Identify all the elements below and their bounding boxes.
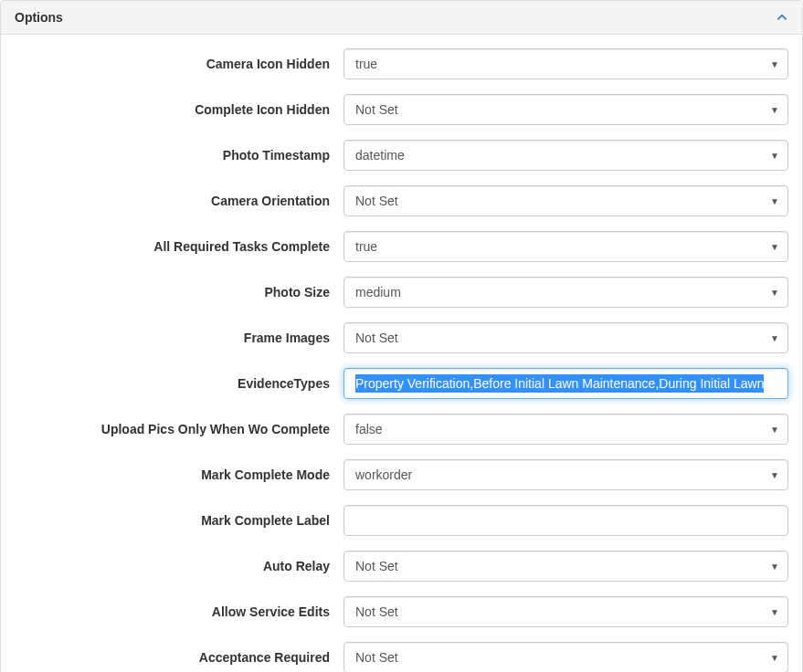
select-auto-relay[interactable]: Not Set: [343, 551, 788, 582]
label-complete-icon-hidden: Complete Icon Hidden: [15, 102, 343, 117]
select-complete-icon-hidden[interactable]: Not Set: [343, 94, 788, 125]
row-camera-orientation: Camera Orientation Not Set ▼: [15, 185, 788, 216]
label-allow-service-edits: Allow Service Edits: [15, 604, 343, 619]
label-all-required-tasks-complete: All Required Tasks Complete: [15, 239, 343, 254]
select-mark-complete-mode[interactable]: workorder: [343, 459, 788, 490]
select-camera-orientation[interactable]: Not Set: [343, 185, 788, 216]
chevron-up-icon: [776, 11, 788, 24]
input-mark-complete-label[interactable]: [343, 505, 788, 536]
row-frame-images: Frame Images Not Set ▼: [15, 322, 788, 353]
label-mark-complete-mode: Mark Complete Mode: [15, 467, 343, 482]
row-photo-size: Photo Size medium ▼: [15, 277, 788, 308]
label-acceptance-required: Acceptance Required: [15, 650, 343, 665]
row-acceptance-required: Acceptance Required Not Set ▼: [15, 642, 788, 672]
select-photo-size[interactable]: medium: [343, 277, 788, 308]
input-evidence-types[interactable]: Property Verification,Before Initial Law…: [343, 368, 788, 399]
options-panel: Options Camera Icon Hidden true ▼ Comple…: [0, 0, 803, 672]
row-photo-timestamp: Photo Timestamp datetime ▼: [15, 140, 788, 171]
select-all-required-tasks-complete[interactable]: true: [343, 231, 788, 262]
label-mark-complete-label: Mark Complete Label: [15, 513, 343, 528]
select-frame-images[interactable]: Not Set: [343, 322, 788, 353]
row-camera-icon-hidden: Camera Icon Hidden true ▼: [15, 48, 788, 79]
select-allow-service-edits[interactable]: Not Set: [343, 596, 788, 627]
label-evidence-types: EvidenceTypes: [15, 376, 343, 391]
select-acceptance-required[interactable]: Not Set: [343, 642, 788, 672]
row-mark-complete-label: Mark Complete Label: [15, 505, 788, 536]
panel-title: Options: [15, 10, 63, 25]
label-upload-pics-only-when-wo-complete: Upload Pics Only When Wo Complete: [15, 422, 343, 436]
label-photo-timestamp: Photo Timestamp: [15, 148, 343, 163]
row-complete-icon-hidden: Complete Icon Hidden Not Set ▼: [15, 94, 788, 125]
row-all-required-tasks-complete: All Required Tasks Complete true ▼: [15, 231, 788, 262]
label-camera-icon-hidden: Camera Icon Hidden: [15, 57, 343, 71]
label-auto-relay: Auto Relay: [15, 559, 343, 573]
panel-heading[interactable]: Options: [1, 1, 802, 35]
label-photo-size: Photo Size: [15, 285, 343, 299]
panel-body: Camera Icon Hidden true ▼ Complete Icon …: [1, 35, 802, 672]
select-camera-icon-hidden[interactable]: true: [343, 48, 788, 79]
row-upload-pics-only-when-wo-complete: Upload Pics Only When Wo Complete false …: [15, 414, 788, 445]
select-upload-pics-only-when-wo-complete[interactable]: false: [343, 414, 788, 445]
label-frame-images: Frame Images: [15, 331, 343, 345]
label-camera-orientation: Camera Orientation: [15, 194, 343, 208]
row-evidence-types: EvidenceTypes Property Verification,Befo…: [15, 368, 788, 399]
select-photo-timestamp[interactable]: datetime: [343, 140, 788, 171]
selected-evidence-types-text: Property Verification,Before Initial Law…: [355, 374, 764, 393]
row-auto-relay: Auto Relay Not Set ▼: [15, 551, 788, 582]
row-mark-complete-mode: Mark Complete Mode workorder ▼: [15, 459, 788, 490]
collapse-toggle[interactable]: [776, 11, 788, 24]
row-allow-service-edits: Allow Service Edits Not Set ▼: [15, 596, 788, 627]
